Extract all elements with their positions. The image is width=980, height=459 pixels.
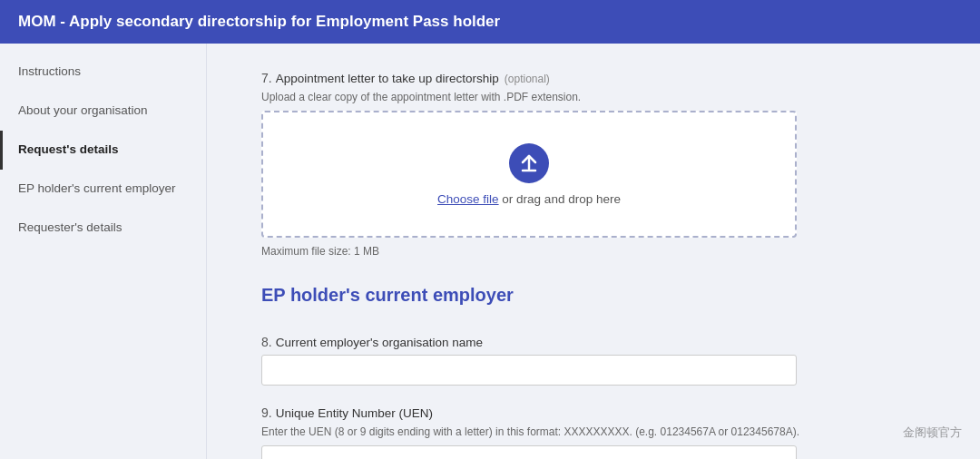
uen-label: Unique Entity Number (UEN) <box>276 406 433 420</box>
upload-field-label: Appointment letter to take up directorsh… <box>276 72 499 85</box>
ep-section-heading: EP holder's current employer <box>261 285 926 313</box>
field-number-8: 8. <box>261 335 272 349</box>
optional-tag: (optional) <box>505 73 550 85</box>
field-number-7: 7. <box>261 71 272 85</box>
upload-hint: Upload a clear copy of the appointment l… <box>261 91 926 103</box>
org-name-input[interactable] <box>261 355 797 386</box>
sidebar-item-requests-details[interactable]: Request's details <box>0 131 206 170</box>
ep-holder-section: EP holder's current employer 8. Current … <box>261 285 926 459</box>
file-size-note: Maximum file size: 1 MB <box>261 245 926 258</box>
upload-rest-text: or drag and drop here <box>499 192 621 206</box>
upload-dropzone[interactable]: Choose file or drag and drop here <box>261 111 797 238</box>
org-name-label: Current employer's organisation name <box>276 336 483 349</box>
upload-icon <box>509 143 549 183</box>
sidebar-item-instructions[interactable]: Instructions <box>0 53 206 92</box>
header: MOM - Apply secondary directorship for E… <box>0 0 980 44</box>
uen-field: 9. Unique Entity Number (UEN) Enter the … <box>261 405 926 459</box>
sidebar: Instructions About your organisation Req… <box>0 44 207 459</box>
sidebar-item-about-org[interactable]: About your organisation <box>0 92 206 131</box>
uen-hint: Enter the UEN (8 or 9 digits ending with… <box>261 425 926 438</box>
header-title: MOM - Apply secondary directorship for E… <box>18 13 500 30</box>
main-content: 7. Appointment letter to take up directo… <box>207 44 980 459</box>
sidebar-item-requester[interactable]: Requester's details <box>0 209 206 248</box>
choose-file-link[interactable]: Choose file <box>437 192 499 206</box>
org-name-field: 8. Current employer's organisation name <box>261 335 926 386</box>
upload-text: Choose file or drag and drop here <box>437 192 621 206</box>
uen-input[interactable] <box>261 445 797 459</box>
sidebar-item-ep-holder[interactable]: EP holder's current employer <box>0 170 206 209</box>
upload-field: 7. Appointment letter to take up directo… <box>261 71 926 258</box>
field-number-9: 9. <box>261 405 272 420</box>
